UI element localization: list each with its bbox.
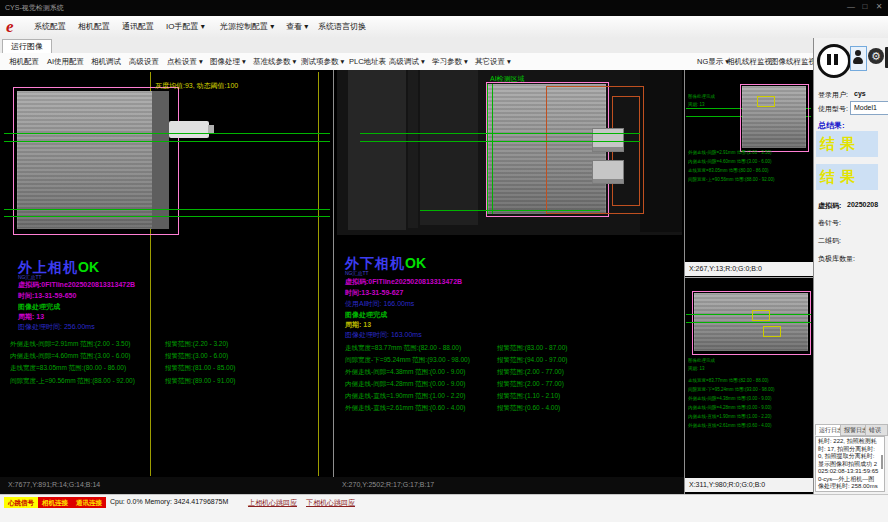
model-label: 使用型号: xyxy=(818,104,848,114)
menu-view[interactable]: 查看 ▾ xyxy=(280,16,314,38)
needle-number-label: 卷针号: xyxy=(818,218,841,228)
green-measure-line xyxy=(686,322,811,323)
middle-time: 时间:13-31-59-627 xyxy=(345,288,403,298)
detection-thumbnail xyxy=(592,160,624,184)
login-user-button[interactable] xyxy=(850,46,867,71)
middle-barcode: 虚拟码:0FITline2025020813313472B xyxy=(345,277,462,287)
log-scrollbar[interactable] xyxy=(881,455,883,469)
detection-thumbnail xyxy=(592,128,624,152)
pause-icon xyxy=(827,54,831,65)
left-roi-rect xyxy=(13,87,179,235)
left-barcode: 虚拟码:0FITline2025020813313472B xyxy=(18,280,135,290)
machinery-block xyxy=(420,70,478,225)
pause-button[interactable] xyxy=(817,44,851,78)
log-output[interactable]: 耗时: 222, 拍照检测耗时: 17, 拍照分离耗时: 0, 拍照提取分离耗时… xyxy=(815,436,885,492)
settings-button[interactable]: ⚙ xyxy=(868,48,884,64)
result-text-1: 结果 xyxy=(816,131,878,157)
title-bar: CYS-视觉检测系统 — □ ✕ xyxy=(0,0,888,16)
tab-error-log[interactable]: 错误日志 xyxy=(865,424,888,436)
app-logo-icon: e xyxy=(6,17,14,37)
left-process-time: 图像处理时间: 256.00ms xyxy=(18,322,95,332)
tool-ai-config[interactable]: AI使用配置 xyxy=(42,53,89,70)
small2-roi-rect xyxy=(692,291,811,355)
result-box-1: 结果 xyxy=(816,131,878,157)
result-text-2: 结果 xyxy=(816,164,878,190)
measurement-line: 外侧走线-间隙=4.38mm 范围:(0.00 - 9.00) xyxy=(345,368,465,377)
tool-baseline-param[interactable]: 基准线参数 ▾ xyxy=(248,53,301,70)
menu-io-config[interactable]: IO手配置 ▾ xyxy=(160,16,211,38)
small2-text: 间隙宽度-下=95.24mm 范围:(93.00 - 98.00) xyxy=(688,387,774,392)
log-text: 耗时: 222, 拍照检测耗时: 17, 拍照分离耗时: 0, 拍照提取分离耗时… xyxy=(818,438,880,491)
tab-strip xyxy=(0,38,813,54)
negative-stock-label: 负极库数量: xyxy=(818,254,855,264)
small2-text: 外侧走线-直线=2.61mm 范围:(0.60 - 4.00) xyxy=(688,423,771,428)
tool-camera-config[interactable]: 相机配置 xyxy=(4,53,44,70)
alarm-range: 报警范围:(2.00 - 77.00) xyxy=(497,380,564,389)
middle-cursor-coords: X:270,Y:2502;R:17;G:17;B:17 xyxy=(342,481,434,488)
middle-cycle: 周期: 13 xyxy=(345,320,371,330)
green-measure-line xyxy=(4,209,330,210)
lower-camera-heartbeat-link[interactable]: 下相机心跳回应 xyxy=(306,498,355,508)
yellow-feature-box xyxy=(757,96,775,107)
middle-ai-time: 使用AI时间: 166.00ms xyxy=(345,299,414,309)
model-select[interactable]: Model1 xyxy=(850,101,888,115)
middle-camera-ok: OK xyxy=(405,255,426,271)
menu-comm-config[interactable]: 通讯配置 xyxy=(116,16,160,38)
tool-other-set[interactable]: 其它设置 ▾ xyxy=(470,53,516,70)
measurement-line: 走线宽度=83.05mm 范围:(80.00 - 86.00) xyxy=(10,364,126,373)
measurement-line: 外侧走线-间隙=2.91mm 范围:(2.00 - 3.50) xyxy=(10,340,130,349)
green-measure-line xyxy=(420,210,600,211)
upper-camera-heartbeat-link[interactable]: 上相机心跳回应 xyxy=(248,498,297,508)
alarm-range: 报警范围:(0.60 - 4.00) xyxy=(497,404,560,413)
green-measure-line xyxy=(4,216,330,217)
tool-image-process[interactable]: 图像处理 ▾ xyxy=(205,53,251,70)
small1-text: 图像处理完成 xyxy=(688,94,715,99)
left-cursor-coords: X:7677,Y:891;R:14;G:14;B:14 xyxy=(8,481,100,488)
gear-icon: ⚙ xyxy=(871,50,881,62)
comm-link-badge: 通讯连接 xyxy=(72,497,106,508)
menu-light-config[interactable]: 光源控制配置 ▾ xyxy=(214,16,280,38)
small1-text: 走线宽度=83.05mm 范围:(80.00 - 86.00) xyxy=(688,168,768,173)
tool-spotcheck-set[interactable]: 点检设置 ▾ xyxy=(162,53,208,70)
tool-learn-param[interactable]: 学习参数 ▾ xyxy=(427,53,473,70)
small1-text: 周期: 13 xyxy=(688,102,705,107)
yellow-feature-box xyxy=(752,310,770,321)
tool-camera-debug[interactable]: 相机调试 xyxy=(86,53,126,70)
close-button[interactable]: ✕ xyxy=(872,2,886,11)
machinery-block xyxy=(348,70,406,230)
middle-ng-note: NG汇总TT xyxy=(345,270,369,276)
machinery-block xyxy=(408,70,418,228)
tool-test-param[interactable]: 测试项参数 ▾ xyxy=(296,53,349,70)
ai-region-label: AI检测区域 xyxy=(490,74,525,84)
small1-cursor-coords: X:267,Y:13;R:0;G:0;B:0 xyxy=(689,265,762,272)
virtual-code-label: 虚拟码: xyxy=(818,201,841,211)
tool-advanced-debug[interactable]: 高级调试 ▾ xyxy=(384,53,430,70)
menu-system-config[interactable]: 系统配置 xyxy=(28,16,72,38)
alarm-range: 报警范围:(94.00 - 97.00) xyxy=(497,356,567,365)
measurement-line: 内侧走线-间隙=4.60mm 范围:(3.00 - 6.00) xyxy=(10,352,130,361)
app-window: CYS-视觉检测系统 — □ ✕ e 系统配置 相机配置 通讯配置 IO手配置 … xyxy=(0,0,888,522)
measurement-line: 间隙宽度-上=90.56mm 范围:(88.00 - 92.00) xyxy=(10,377,135,386)
left-time: 时间:13-31-59-650 xyxy=(18,291,76,301)
small1-text: 外侧走线-间隙=2.91mm 范围:(2.00 - 3.50) xyxy=(688,150,771,155)
left-status: 图像处理完成 xyxy=(18,302,60,312)
menu-camera-config[interactable]: 相机配置 xyxy=(72,16,116,38)
left-camera-name: 外上相机 xyxy=(18,259,78,275)
alarm-range: 报警范围:(89.00 - 91.00) xyxy=(165,377,235,386)
small2-text: 外侧走线-间隙=4.38mm 范围:(0.00 - 9.00) xyxy=(688,396,771,401)
alarm-range: 报警范围:(1.10 - 2.10) xyxy=(497,392,560,401)
menu-language-switch[interactable]: 系统语言切换 xyxy=(312,16,372,38)
tool-advanced-set[interactable]: 高级设置 xyxy=(124,53,164,70)
measurement-line: 外侧走线-直线=2.61mm 范围:(0.60 - 4.00) xyxy=(345,404,465,413)
window-title: CYS-视觉检测系统 xyxy=(5,3,64,13)
cpu-memory-readout: Cpu: 0.0% Memory: 3424.41796875M xyxy=(110,498,228,505)
minimize-button[interactable]: — xyxy=(844,2,858,11)
user-icon xyxy=(855,50,861,56)
middle-camera-name: 外下相机 xyxy=(345,255,405,271)
yellow-feature-box xyxy=(763,326,781,337)
alarm-range: 报警范围:(2.20 - 3.20) xyxy=(165,340,228,349)
maximize-button[interactable]: □ xyxy=(858,2,872,11)
small2-text: 周期: 13 xyxy=(688,366,705,371)
green-measure-line xyxy=(360,141,640,142)
machinery-block xyxy=(640,70,682,232)
